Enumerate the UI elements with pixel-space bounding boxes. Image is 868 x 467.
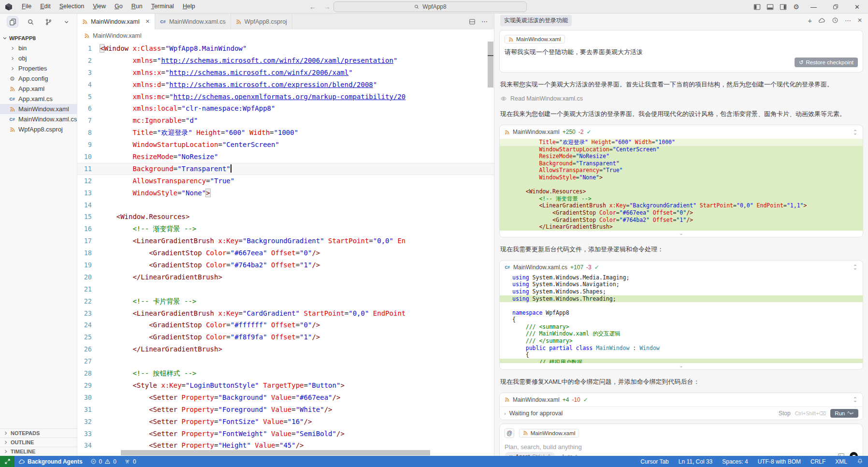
diff-header[interactable]: MainWindow.xaml +4 -10 ✓ [500,393,863,407]
sidebar-item-app.xaml.cs[interactable]: C#App.xaml.cs [0,94,77,104]
sidebar-item-mainwindow.xaml[interactable]: MainWindow.xaml [0,104,77,114]
code-line-10[interactable]: 10 ResizeMode="NoResize" [77,151,494,163]
source-control-icon[interactable] [43,16,54,28]
menu-item-selection[interactable]: Selection [55,0,88,13]
diff-header[interactable]: C# MainWindow.xaml.cs +107 -3 ✓ [500,261,863,274]
context-file-chip[interactable]: MainWindow.xaml [519,429,579,438]
code-line-25[interactable]: 25 <GradientStop Color="#f8f9fa" Offset=… [77,331,494,343]
status-spaces-4[interactable]: Spaces: 4 [717,456,752,467]
code-line-13[interactable]: 13 WindowStyle="None"> [77,187,494,199]
problems-item[interactable]: 0 0 [87,456,120,467]
code-line-2[interactable]: 2 xmlns="http://schemas.microsoft.com/wi… [77,55,494,67]
status-ln-11-col-33[interactable]: Ln 11, Col 33 [674,456,718,467]
new-chat-icon[interactable]: + [808,16,812,25]
code-line-23[interactable]: 23 <LinearGradientBrush x:Key="CardGradi… [77,307,494,320]
menu-item-edit[interactable]: Edit [36,0,55,13]
background-agents-item[interactable]: Background Agents [14,456,87,467]
chat-tab-title[interactable]: 实现美观活泼的登录功能 [500,15,572,26]
nav-back-button[interactable]: ← [309,3,316,11]
search-view-icon[interactable] [25,16,36,28]
diff-header[interactable]: MainWindow.xaml +250 -2 ✓ [500,125,863,139]
tab-mainwindow.xaml[interactable]: MainWindow.xaml✕ [77,14,155,29]
editor-more-actions-icon[interactable]: ⋯ [481,18,488,25]
tool-call-read-file[interactable]: Read MainWindow.xaml.cs [500,95,862,102]
window-close-button[interactable]: ✕ [846,0,868,14]
unfold-icon[interactable] [853,129,858,135]
code-line-18[interactable]: 18 <GradientStop Color="#667eea" Offset=… [77,247,494,259]
code-line-15[interactable]: 15 <Window.Resources> [77,211,494,223]
sidebar-section-outline[interactable]: OUTLINE [0,438,77,447]
code-line-29[interactable]: 29 <Style x:Key="LoginButtonStyle" Targe… [77,379,494,392]
sidebar-item-obj[interactable]: obj [0,53,77,63]
history-icon[interactable] [832,17,839,24]
code-line-24[interactable]: 24 <GradientStop Color="#ffffff" Offset=… [77,319,494,331]
feedback-item[interactable]: 0 [120,456,140,467]
code-line-3[interactable]: 3 xmlns:x="http://schemas.microsoft.com/… [77,67,494,79]
expand-diff-icon[interactable]: ⌄ [500,231,863,237]
code-line-32[interactable]: 32 <Setter Property="FontSize" Value="16… [77,416,494,428]
code-line-17[interactable]: 17 <LinearGradientBrush x:Key="Backgroun… [77,235,494,247]
chat-input-box[interactable]: @ MainWindow.xaml Plan, search, build an… [499,423,863,456]
sidebar-section-notepads[interactable]: NOTEPADS [0,428,77,438]
attach-image-icon[interactable] [838,452,845,456]
command-search-box[interactable]: WpfApp8 [333,1,527,12]
stop-generation-button[interactable] [850,452,858,456]
unfold-icon[interactable] [853,396,858,403]
split-editor-icon[interactable] [469,18,476,25]
menu-item-run[interactable]: Run [127,0,147,13]
status-utf-8-with-bom[interactable]: UTF-8 with BOM [753,456,806,467]
code-line-5[interactable]: 5 xmlns:mc="http://schemas.openxmlformat… [77,91,494,103]
chat-close-icon[interactable]: ✕ [857,17,862,24]
toggle-secondary-sidebar-icon[interactable] [777,0,790,14]
code-line-22[interactable]: 22 <!-- 卡片背景 --> [77,295,494,307]
status-cursor-tab[interactable]: Cursor Tab [636,456,673,467]
code-line-31[interactable]: 31 <Setter Property="Foreground" Value="… [77,404,494,416]
code-line-1[interactable]: 1<Window x:Class="WpfApp8.MainWindow" [77,43,494,55]
explorer-view-icon[interactable] [7,16,18,28]
menu-item-go[interactable]: Go [110,0,127,13]
chat-more-icon[interactable]: ⋯ [845,17,851,24]
editor-vertical-scrollbar[interactable] [488,42,493,88]
breadcrumb[interactable]: MainWindow.xaml [77,29,494,42]
project-root-item[interactable]: WPFAPP8 [0,33,77,43]
code-line-19[interactable]: 19 <GradientStop Color="#764ba2" Offset=… [77,259,494,271]
nav-forward-button[interactable]: → [324,3,331,11]
code-line-26[interactable]: 26 </LinearGradientBrush> [77,343,494,355]
sidebar-item-wpfapp8.csproj[interactable]: WpfApp8.csproj [0,124,77,134]
status-xml[interactable]: XML [830,456,852,467]
code-line-12[interactable]: 12 AllowsTransparency="True" [77,175,494,187]
mention-button[interactable]: @ [505,428,514,438]
code-line-16[interactable]: 16 <!-- 渐变背景 --> [77,223,494,235]
code-line-27[interactable]: 27 [77,355,494,367]
close-tab-icon[interactable]: ✕ [145,18,150,25]
cloud-icon[interactable] [818,17,825,24]
toggle-panel-icon[interactable] [764,0,777,14]
code-line-21[interactable]: 21 [77,283,494,295]
bell-icon[interactable] [852,456,868,467]
code-line-33[interactable]: 33 <Setter Property="FontWeight" Value="… [77,428,494,440]
code-line-6[interactable]: 6 xmlns:local="clr-namespace:WpfApp8" [77,102,494,115]
code-line-30[interactable]: 30 <Setter Property="Background" Value="… [77,392,494,404]
sidebar-item-properties[interactable]: Properties [0,63,77,73]
window-minimize-button[interactable]: — [803,0,825,14]
code-line-9[interactable]: 9 WindowStartupLocation="CenterScreen" [77,139,494,151]
code-line-11[interactable]: 11 Background="Transparent" [77,163,494,175]
restore-checkpoint-button[interactable]: ↺ Restore checkpoint [795,58,858,67]
toggle-primary-sidebar-icon[interactable] [751,0,764,14]
settings-gear-icon[interactable]: ⚙ [790,0,803,14]
status-crlf[interactable]: CRLF [806,456,830,467]
views-chevron-icon[interactable] [60,16,72,28]
code-line-20[interactable]: 20 </LinearGradientBrush> [77,271,494,283]
remote-indicator[interactable] [0,456,14,467]
menu-item-file[interactable]: File [17,0,36,13]
chevron-right-icon[interactable]: › [504,410,506,416]
code-line-28[interactable]: 28 <!-- 按钮样式 --> [77,367,494,379]
tab-mainwindow.xaml.cs[interactable]: C#MainWindow.xaml.cs [155,14,231,29]
code-line-8[interactable]: 8 Title="欢迎登录" Height="600" Width="1000" [77,127,494,139]
expand-diff-icon[interactable]: ⌄ [500,363,863,369]
sidebar-item-bin[interactable]: bin [0,43,77,53]
tab-wpfapp8.csproj[interactable]: WpfApp8.csproj [231,14,292,29]
run-button[interactable]: Run ^↵ [830,409,858,418]
window-restore-button[interactable] [825,0,846,14]
code-line-7[interactable]: 7 mc:Ignorable="d" [77,115,494,127]
